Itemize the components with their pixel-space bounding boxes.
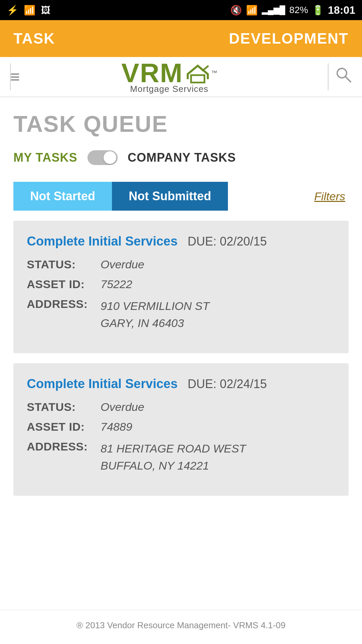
asset-id-value: 74889	[101, 420, 132, 433]
toggle-thumb	[104, 151, 116, 164]
usb-icon: ⚡	[7, 5, 18, 16]
task-asset-row: ASSET ID: 74889	[27, 420, 335, 433]
menu-icon[interactable]: ≡	[10, 68, 20, 85]
signal-icon: ▂▄▆█	[262, 5, 285, 15]
search-icon[interactable]	[335, 66, 352, 87]
mute-icon: 🔇	[230, 5, 242, 16]
main-content: TASK QUEUE MY TASKS COMPANY TASKS Not St…	[0, 97, 362, 526]
battery-percentage: 82%	[289, 5, 308, 15]
nav-right-divider	[328, 63, 328, 90]
task-card: Complete Initial Services DUE: 02/20/15 …	[13, 221, 349, 353]
tasks-toggle[interactable]	[87, 150, 118, 165]
tab-not-submitted[interactable]: Not Submitted	[112, 182, 228, 211]
task-title[interactable]: Complete Initial Services	[27, 377, 178, 391]
footer-text: ® 2013 Vendor Resource Management- VRMS …	[76, 620, 285, 630]
task-asset-row: ASSET ID: 75222	[27, 278, 335, 291]
task-card: Complete Initial Services DUE: 02/24/15 …	[13, 363, 349, 496]
status-bar: ⚡ 📶 🖼 🔇 📶 ▂▄▆█ 82% 🔋 18:01	[0, 0, 362, 20]
address-line1: 81 HERITAGE ROAD WEST	[101, 440, 246, 457]
tabs-row: Not Started Not Submitted Filters	[13, 182, 349, 211]
nav-logo-subtitle: Mortgage Services	[130, 84, 208, 94]
status-value: Overdue	[101, 400, 144, 414]
status-bar-right: 🔇 📶 ▂▄▆█ 82% 🔋 18:01	[230, 4, 355, 16]
address-line2: GARY, IN 46403	[101, 315, 209, 332]
nav-left-divider: ≡	[10, 63, 11, 90]
tabs-container: Not Started Not Submitted	[13, 182, 228, 211]
asset-id-value: 75222	[101, 278, 132, 291]
footer: ® 2013 Vendor Resource Management- VRMS …	[0, 610, 362, 644]
task-status-row: STATUS: Overdue	[27, 258, 335, 271]
top-bar-title: TASK	[13, 30, 55, 47]
task-card-header: Complete Initial Services DUE: 02/20/15	[27, 234, 335, 249]
address-line2: BUFFALO, NY 14221	[101, 457, 246, 474]
filters-link[interactable]: Filters	[314, 190, 345, 203]
task-title[interactable]: Complete Initial Services	[27, 234, 178, 249]
status-value: Overdue	[101, 258, 144, 271]
address-label: ADDRESS:	[27, 298, 101, 311]
tab-not-started[interactable]: Not Started	[13, 182, 112, 211]
status-label: STATUS:	[27, 400, 101, 414]
nav-logo-main: VRM ™	[121, 60, 217, 87]
address-label: ADDRESS:	[27, 440, 101, 453]
page-title: TASK QUEUE	[13, 111, 349, 137]
address-value: 81 HERITAGE ROAD WEST BUFFALO, NY 14221	[101, 440, 246, 474]
task-address-row: ADDRESS: 81 HERITAGE ROAD WEST BUFFALO, …	[27, 440, 335, 474]
nav-logo-house-icon	[184, 60, 211, 86]
address-value: 910 VERMILLION ST GARY, IN 46403	[101, 298, 209, 332]
top-bar: TASK DEVELOPMENT	[0, 20, 362, 57]
image-icon: 🖼	[41, 5, 50, 16]
task-status-row: STATUS: Overdue	[27, 400, 335, 414]
top-bar-environment: DEVELOPMENT	[229, 30, 349, 47]
task-due-date: DUE: 02/20/15	[188, 234, 267, 249]
task-address-row: ADDRESS: 910 VERMILLION ST GARY, IN 4640…	[27, 298, 335, 332]
svg-rect-0	[191, 75, 204, 83]
asset-id-label: ASSET ID:	[27, 278, 101, 291]
sim-icon: 📶	[24, 5, 36, 16]
status-bar-left: ⚡ 📶 🖼	[7, 5, 50, 16]
status-label: STATUS:	[27, 258, 101, 271]
nav-logo-tm: ™	[211, 69, 217, 76]
address-line1: 910 VERMILLION ST	[101, 298, 209, 315]
clock: 18:01	[328, 4, 355, 16]
my-tasks-label: MY TASKS	[13, 151, 77, 165]
task-due-date: DUE: 02/24/15	[188, 377, 267, 391]
wifi-icon: 📶	[246, 5, 258, 16]
battery-icon: 🔋	[312, 5, 324, 16]
asset-id-label: ASSET ID:	[27, 420, 101, 433]
task-card-header: Complete Initial Services DUE: 02/24/15	[27, 377, 335, 391]
toggle-row: MY TASKS COMPANY TASKS	[13, 150, 349, 165]
company-tasks-label: COMPANY TASKS	[128, 151, 236, 165]
nav-logo-vrm: VRM	[121, 60, 183, 87]
nav-right-section	[328, 63, 352, 90]
svg-line-2	[345, 76, 351, 82]
nav-logo: VRM ™ Mortgage Services	[121, 60, 217, 94]
nav-bar: ≡ VRM ™ Mortgage Services	[0, 57, 362, 97]
